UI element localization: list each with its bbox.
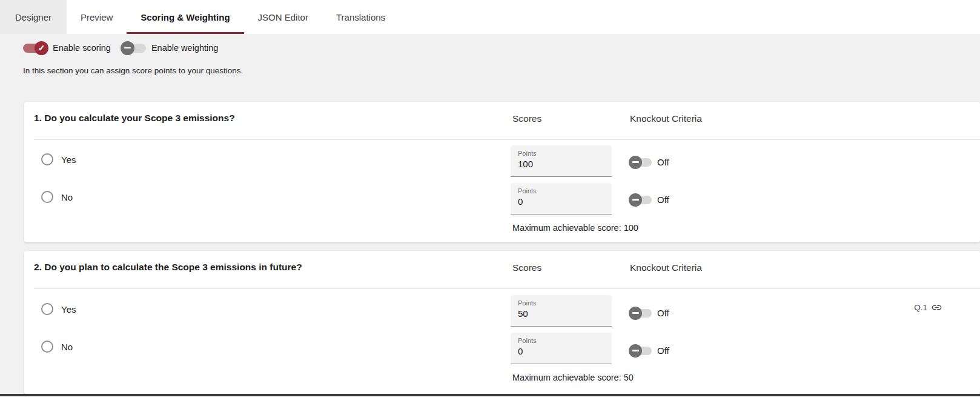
points-field[interactable]: Points	[511, 145, 612, 177]
knockout-column-header: Knockout Criteria	[630, 262, 702, 273]
scoring-controls: ✓ Enable scoring Enable weighting	[23, 43, 218, 53]
knockout-toggle-group: Off	[630, 345, 669, 356]
question-card-2: 2. Do you plan to calculate the Scope 3 …	[24, 251, 980, 394]
radio-button[interactable]	[41, 303, 53, 315]
scoring-weighting-page: Designer Preview Scoring & Weighting JSO…	[0, 0, 980, 406]
section-description: In this section you can assign score poi…	[23, 66, 243, 75]
enable-scoring-label: Enable scoring	[53, 43, 111, 53]
points-field[interactable]: Points	[511, 183, 612, 215]
scores-column-header: Scores	[512, 262, 541, 273]
question-title: 1. Do you calculate your Scope 3 emissio…	[34, 113, 235, 124]
minus-icon	[632, 199, 639, 201]
enable-weighting-label: Enable weighting	[151, 43, 218, 53]
knockout-toggle-group: Off	[630, 195, 669, 205]
option-row-no: No	[41, 341, 73, 353]
radio-button[interactable]	[41, 153, 53, 165]
option-label: No	[61, 192, 73, 202]
minus-icon	[632, 312, 639, 314]
tab-translations[interactable]: Translations	[322, 0, 399, 34]
tab-bar: Designer Preview Scoring & Weighting JSO…	[0, 0, 980, 35]
knockout-toggle[interactable]	[630, 158, 652, 167]
toggle-thumb: ✓	[35, 41, 48, 55]
radio-button[interactable]	[41, 341, 53, 353]
horizontal-scrollbar[interactable]	[0, 394, 980, 396]
knockout-toggle[interactable]	[630, 309, 652, 318]
minus-icon	[632, 161, 639, 163]
check-icon: ✓	[38, 44, 45, 52]
option-row-yes: Yes	[41, 303, 76, 315]
toggle-thumb	[629, 307, 642, 320]
points-field-label: Points	[518, 150, 604, 157]
knockout-state-label: Off	[657, 345, 669, 356]
points-input[interactable]	[518, 159, 603, 169]
toggle-thumb	[629, 344, 642, 358]
toggle-thumb	[629, 193, 642, 207]
knockout-state-label: Off	[657, 195, 669, 205]
knockout-toggle[interactable]	[630, 196, 652, 204]
question-card-1: 1. Do you calculate your Scope 3 emissio…	[24, 102, 980, 242]
toggle-thumb	[121, 41, 134, 55]
option-label: No	[61, 342, 73, 352]
tab-scoring-weighting[interactable]: Scoring & Weighting	[127, 0, 243, 34]
enable-scoring-toggle[interactable]: ✓	[23, 44, 47, 53]
linked-question-label: Q.1	[914, 303, 927, 312]
points-input[interactable]	[518, 196, 603, 207]
option-label: Yes	[61, 304, 76, 314]
card-divider	[34, 139, 980, 140]
minus-icon	[124, 47, 131, 49]
knockout-state-label: Off	[657, 157, 669, 167]
option-row-yes: Yes	[41, 153, 76, 165]
enable-weighting-control: Enable weighting	[122, 43, 218, 53]
option-row-no: No	[41, 191, 73, 203]
knockout-toggle-group: Off	[630, 157, 669, 167]
card-divider	[34, 288, 980, 289]
radio-button[interactable]	[41, 191, 53, 203]
scores-column-header: Scores	[512, 113, 541, 124]
points-field-label: Points	[518, 187, 604, 195]
toggle-thumb	[629, 156, 642, 169]
option-label: Yes	[61, 155, 76, 165]
tab-designer[interactable]: Designer	[0, 0, 67, 34]
tab-json-editor[interactable]: JSON Editor	[244, 0, 322, 34]
knockout-toggle[interactable]	[630, 347, 652, 355]
max-score-text: Maximum achievable score: 100	[512, 223, 638, 233]
link-icon	[931, 302, 942, 313]
points-field-label: Points	[518, 299, 604, 307]
points-input[interactable]	[518, 346, 603, 356]
knockout-state-label: Off	[657, 308, 669, 318]
minus-icon	[632, 350, 639, 351]
points-field-label: Points	[518, 337, 604, 344]
enable-weighting-toggle[interactable]	[122, 44, 146, 53]
tab-preview[interactable]: Preview	[67, 0, 127, 34]
points-field[interactable]: Points	[511, 295, 612, 327]
question-link-reference[interactable]: Q.1	[914, 302, 942, 313]
knockout-column-header: Knockout Criteria	[630, 113, 702, 124]
points-input[interactable]	[518, 308, 603, 319]
enable-scoring-control: ✓ Enable scoring	[23, 43, 111, 53]
max-score-text: Maximum achievable score: 50	[512, 373, 634, 382]
points-field[interactable]: Points	[511, 333, 612, 364]
knockout-toggle-group: Off	[630, 308, 669, 318]
question-title: 2. Do you plan to calculate the Scope 3 …	[34, 262, 302, 273]
